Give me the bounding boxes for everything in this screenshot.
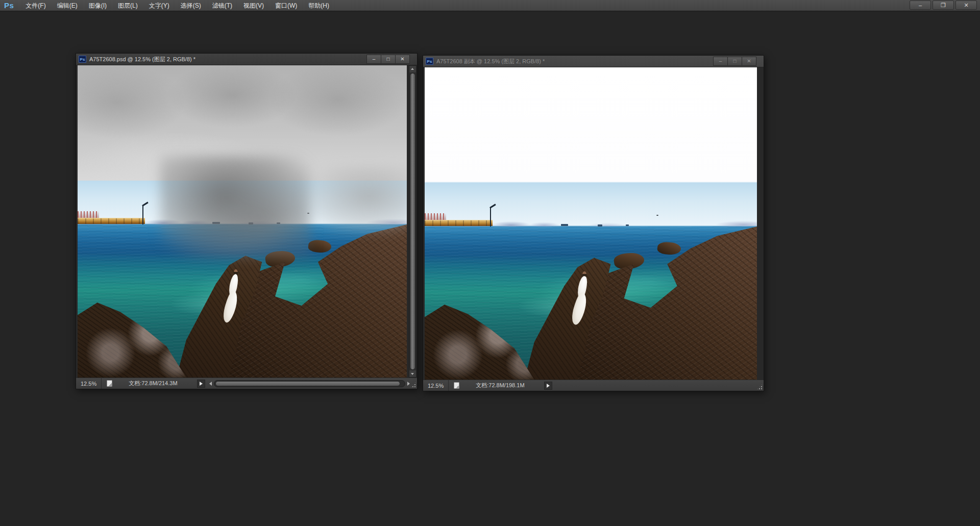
document-window-original: Ps A75T2608.psd @ 12.5% (图层 2, RGB/8) * … [76, 53, 418, 389]
zoom-level-field[interactable]: 12.5% [426, 380, 449, 391]
menu-window[interactable]: 窗口(W) [270, 0, 303, 11]
breakwater-pier [78, 218, 145, 224]
minimize-button[interactable]: – [713, 57, 728, 66]
photoshop-logo: Ps [4, 1, 14, 10]
menu-type[interactable]: 文字(Y) [143, 0, 175, 11]
menu-edit[interactable]: 编辑(E) [52, 0, 83, 11]
pier-crane [488, 207, 493, 227]
restore-icon: ❐ [941, 3, 946, 8]
close-icon: ✕ [400, 57, 404, 62]
close-button[interactable]: ✕ [742, 57, 756, 66]
menu-select[interactable]: 选择(S) [175, 0, 207, 11]
harbor-cranes [425, 213, 446, 220]
menu-layer[interactable]: 图层(L) [112, 0, 143, 11]
minimize-icon: – [919, 3, 922, 8]
scroll-right-icon[interactable] [407, 382, 410, 386]
window-controls: – □ ✕ [367, 55, 410, 64]
breakwater-pier [425, 220, 493, 226]
ship [626, 224, 629, 226]
gray-haze [302, 165, 407, 234]
app-close-button[interactable]: ✕ [955, 1, 977, 10]
close-icon: ✕ [964, 3, 968, 8]
minimize-icon: – [373, 57, 376, 62]
app-window-controls: – ❐ ✕ [910, 1, 977, 10]
status-popup-button[interactable] [197, 380, 205, 388]
document-content [423, 67, 764, 380]
image-canvas[interactable] [78, 65, 407, 378]
vertical-scrollbar[interactable] [409, 65, 416, 378]
horizontal-scroll-thumb[interactable] [215, 381, 400, 386]
document-page-icon [454, 382, 459, 389]
popup-arrow-icon [547, 384, 550, 388]
status-bar: 12.5% 文档:72.8M/198.1M [423, 380, 764, 391]
titlebar[interactable]: Ps A75T2608.psd @ 12.5% (图层 2, RGB/8) * … [76, 54, 417, 65]
document-content [76, 65, 417, 378]
app-minimize-button[interactable]: – [910, 1, 931, 10]
bride-and-groom [574, 271, 589, 326]
app-restore-button[interactable]: ❐ [933, 1, 954, 10]
maximize-icon: □ [733, 59, 736, 64]
document-window-copy: Ps A75T2608 副本 @ 12.5% (图层 2, RGB/8) * –… [423, 55, 764, 391]
status-bar: 12.5% 文档:72.8M/214.3M [76, 378, 417, 389]
popup-arrow-icon [200, 382, 203, 386]
window-controls: – □ ✕ [714, 57, 756, 66]
horizontal-scroll-track[interactable] [214, 380, 405, 387]
maximize-icon: □ [386, 57, 389, 62]
ps-document-icon: Ps [79, 56, 86, 63]
close-button[interactable]: ✕ [395, 55, 410, 64]
image-canvas[interactable] [425, 67, 757, 380]
menu-filter[interactable]: 滤镜(T) [207, 0, 238, 11]
ps-document-icon: Ps [426, 58, 433, 65]
horizontal-scrollbar[interactable] [209, 380, 410, 387]
resize-grip[interactable] [756, 384, 763, 390]
minimize-button[interactable]: – [366, 55, 381, 64]
scroll-left-icon[interactable] [209, 382, 212, 386]
minimize-icon: – [719, 59, 722, 64]
menu-help[interactable]: 帮助(H) [303, 0, 335, 11]
pier-crane [141, 205, 145, 224]
document-page-icon [107, 380, 112, 387]
document-size-info: 文档:72.8M/214.3M [129, 380, 177, 387]
close-icon: ✕ [747, 59, 751, 64]
vertical-scroll-thumb[interactable] [410, 73, 415, 370]
app-menubar: Ps 文件(F) 编辑(E) 图像(I) 图层(L) 文字(Y) 选择(S) 滤… [0, 0, 980, 11]
menu-file[interactable]: 文件(F) [20, 0, 51, 11]
maximize-button[interactable]: □ [727, 57, 742, 66]
menu-image[interactable]: 图像(I) [83, 0, 112, 11]
harbor-cranes [78, 211, 99, 218]
document-size-info: 文档:72.8M/198.1M [476, 382, 524, 389]
maximize-button[interactable]: □ [381, 55, 396, 64]
document-title: A75T2608 副本 @ 12.5% (图层 2, RGB/8) * [436, 58, 545, 65]
document-title: A75T2608.psd @ 12.5% (图层 2, RGB/8) * [89, 56, 195, 63]
zoom-level-field[interactable]: 12.5% [79, 378, 102, 389]
scroll-up-icon[interactable] [409, 66, 416, 72]
gray-smudge-blob [160, 156, 311, 259]
status-popup-button[interactable] [544, 382, 552, 390]
titlebar[interactable]: Ps A75T2608 副本 @ 12.5% (图层 2, RGB/8) * –… [423, 56, 764, 67]
resize-grip[interactable] [410, 382, 416, 388]
menu-view[interactable]: 视图(V) [238, 0, 270, 11]
ship [561, 224, 568, 226]
scroll-down-icon[interactable] [409, 370, 416, 377]
bride-and-groom [225, 269, 240, 324]
